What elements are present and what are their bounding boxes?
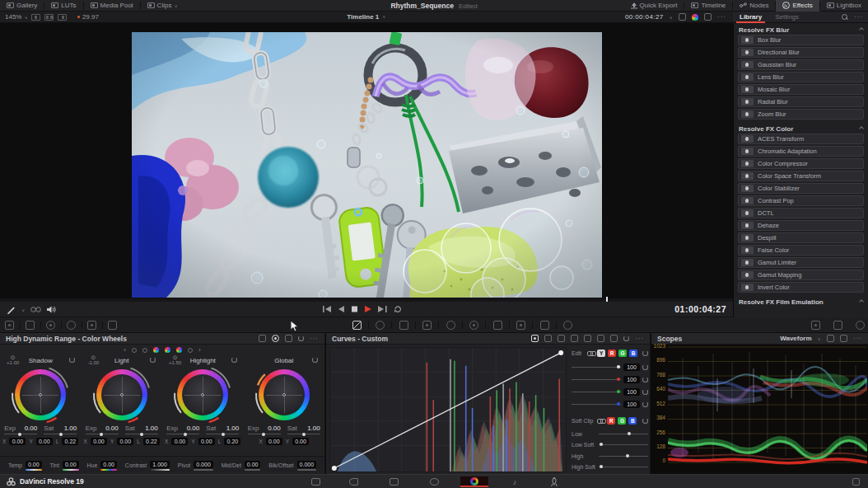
scope-settings-icon[interactable] (827, 335, 834, 342)
low-soft-slider[interactable]: Low Soft (572, 439, 648, 449)
shadow-sat-slider[interactable]: Sat1.00 (44, 425, 77, 434)
palette-sizing-icon[interactable] (540, 321, 549, 330)
effect-item[interactable]: Color Compressor (738, 158, 864, 169)
scopes-panel-icon[interactable] (833, 321, 842, 330)
effect-item[interactable]: Radial Blur (738, 96, 864, 107)
channel-r-button[interactable]: R (608, 350, 616, 357)
effect-item[interactable]: Gaussian Blur (738, 59, 864, 70)
highlight-exp-slider[interactable]: Exp0.00 (166, 425, 199, 434)
light-l-value[interactable]: 0.22 (143, 438, 160, 445)
shadow-x-value[interactable]: 0.00 (9, 438, 26, 445)
palette-power-window-icon[interactable] (446, 321, 455, 330)
chevron-down-icon[interactable]: ∨ (21, 307, 25, 312)
effects-panel-button[interactable]: fx Effects (776, 0, 819, 12)
media-pool-button[interactable]: Media Pool (84, 0, 140, 12)
link-channels-icon[interactable] (587, 351, 595, 355)
reset-icon[interactable] (642, 389, 648, 395)
curve-sat-vs-sat-icon[interactable] (597, 335, 604, 342)
grab-still-icon[interactable] (679, 13, 686, 21)
luts-button[interactable]: LUTs (44, 0, 82, 12)
reset-icon[interactable] (642, 401, 648, 407)
timeline-panel-button[interactable]: Timeline (684, 0, 732, 12)
annotation-pen-icon[interactable] (7, 305, 16, 314)
reset-icon[interactable] (642, 377, 648, 382)
curve-editor-graph[interactable] (329, 347, 567, 472)
page-dot-wheels[interactable] (153, 347, 159, 353)
gallery-button[interactable]: Gallery (0, 0, 44, 12)
softclip-r-button[interactable]: R (607, 417, 615, 425)
expand-panel-icon[interactable] (610, 335, 618, 342)
effect-item[interactable]: Gamut Limiter (738, 257, 864, 268)
effect-item[interactable]: ACES Transform (738, 134, 864, 144)
palette-tracker-icon[interactable] (469, 321, 478, 330)
page-dot[interactable] (188, 348, 193, 353)
mid-detail-control[interactable]: Mid/Det0.00 (222, 461, 261, 471)
effect-item[interactable]: Invert Color (738, 282, 864, 293)
tab-settings[interactable]: Settings (768, 12, 805, 23)
loop-button[interactable] (394, 306, 402, 313)
wipe-mode-box-icon[interactable] (58, 14, 67, 21)
curves-options-menu[interactable]: ··· (635, 335, 644, 342)
viewer-zoom-select[interactable]: 145%∨ (0, 12, 31, 23)
fx-section-header-color[interactable]: Resolve FX Color (734, 122, 868, 134)
effect-item[interactable]: Color Stabilizer (738, 183, 864, 194)
highlight-y-value[interactable]: 0.00 (198, 438, 215, 445)
go-to-end-button[interactable] (378, 306, 387, 312)
quick-export-button[interactable]: Quick Export (624, 0, 684, 12)
light-y-value[interactable]: 0.00 (117, 438, 133, 445)
search-icon[interactable] (842, 14, 848, 21)
blue-gain-slider[interactable]: 100 (572, 399, 648, 409)
effect-item[interactable]: Color Space Transform (738, 171, 864, 181)
green-gain-slider[interactable]: 100 (572, 387, 648, 396)
play-button[interactable] (365, 306, 371, 312)
palette-color-wheels-icon[interactable] (376, 321, 385, 330)
page-color[interactable] (460, 476, 488, 487)
stop-button[interactable] (352, 306, 358, 312)
effect-item[interactable]: Gamut Mapping (738, 270, 864, 280)
clips-button[interactable]: Clips∨ (141, 0, 184, 12)
red-gain-slider[interactable]: 100 (572, 374, 648, 384)
highlight-x-value[interactable]: 0.00 (171, 438, 188, 445)
light-color-wheel[interactable] (96, 369, 147, 420)
viewer-image-keychain-render[interactable] (132, 32, 602, 298)
shadow-l-value[interactable]: 0.22 (62, 438, 78, 445)
exposure-mode-icon[interactable] (272, 335, 279, 342)
timeline-name[interactable]: Timeline 1 (347, 13, 379, 21)
expand-scope-icon[interactable] (840, 335, 847, 342)
effect-item[interactable]: Mosaic Blur (738, 84, 864, 95)
global-y-value[interactable]: 0.00 (292, 438, 309, 445)
shadow-exp-slider[interactable]: Exp0.00 (4, 425, 37, 434)
page-dot[interactable] (132, 348, 137, 353)
reset-edit-icon[interactable] (642, 350, 648, 356)
global-x-value[interactable]: 0.00 (266, 438, 282, 445)
effect-item[interactable]: Box Blur (738, 35, 864, 45)
highlight-l-value[interactable]: 0.20 (224, 438, 240, 445)
timer-tool-icon[interactable] (46, 321, 55, 330)
global-color-wheel[interactable] (259, 369, 310, 420)
zoom-tool-icon[interactable] (67, 321, 76, 330)
channel-y-button[interactable]: Y (597, 350, 605, 357)
effect-item[interactable]: Despill (738, 232, 864, 243)
prev-page-arrow[interactable]: ‹ (124, 346, 126, 354)
channel-b-button[interactable]: B (629, 350, 637, 357)
graph-view-icon[interactable] (285, 335, 292, 342)
gamut-indicator-icon[interactable] (692, 14, 698, 21)
high-soft-slider[interactable]: High Soft (572, 462, 648, 472)
viewer-options-menu[interactable]: ··· (717, 13, 726, 21)
page-fairlight[interactable]: ♪ (501, 476, 529, 487)
page-dot-wheels[interactable] (165, 347, 170, 353)
luma-gain-slider[interactable]: 100 (572, 362, 648, 372)
page-media[interactable] (301, 476, 329, 487)
page-edit[interactable] (380, 476, 408, 487)
reset-panel-icon[interactable] (623, 336, 629, 341)
viewer-timecode[interactable]: 00:00:04:27 (625, 13, 664, 21)
wipe-mode-split-icon[interactable] (44, 14, 54, 21)
palette-qualifier-icon[interactable] (422, 321, 432, 330)
light-exp-slider[interactable]: Exp0.00 (86, 425, 119, 434)
global-sat-slider[interactable]: Sat1.00 (287, 425, 320, 434)
nodes-panel-button[interactable]: Nodes (733, 0, 775, 12)
highlight-sat-slider[interactable]: Sat1.00 (206, 425, 239, 434)
page-cut[interactable] (339, 476, 367, 487)
curve-hue-vs-hue-icon[interactable] (544, 335, 552, 342)
effect-item[interactable]: Lens Blur (738, 72, 864, 82)
